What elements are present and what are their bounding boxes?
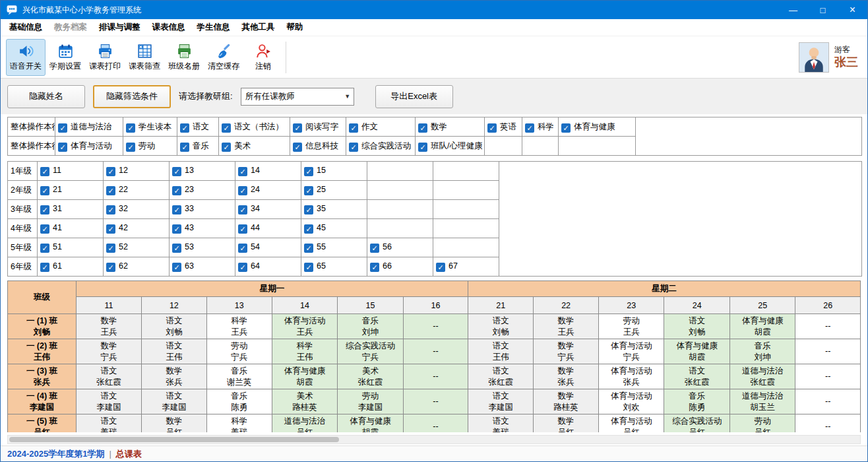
subject-filter-cell[interactable]: ✓劳动 bbox=[123, 137, 177, 156]
checkbox[interactable]: ✓ bbox=[238, 205, 247, 214]
class-filter-cell[interactable]: ✓31 bbox=[38, 200, 104, 219]
menu-item[interactable]: 其他工具 bbox=[236, 19, 281, 36]
checkbox[interactable]: ✓ bbox=[106, 224, 115, 234]
checkbox[interactable]: ✓ bbox=[40, 167, 49, 176]
checkbox[interactable]: ✓ bbox=[418, 143, 427, 152]
checkbox[interactable]: ✓ bbox=[126, 123, 135, 133]
class-filter-cell[interactable]: ✓13 bbox=[170, 162, 235, 181]
checkbox[interactable]: ✓ bbox=[40, 263, 49, 272]
class-filter-cell[interactable]: ✓64 bbox=[235, 257, 301, 277]
checkbox[interactable]: ✓ bbox=[561, 123, 571, 133]
checkbox[interactable]: ✓ bbox=[304, 205, 313, 214]
subject-filter-cell[interactable]: ✓道德与法治 bbox=[55, 117, 123, 137]
checkbox[interactable]: ✓ bbox=[238, 263, 247, 272]
subject-filter-cell[interactable]: ✓体育与活动 bbox=[55, 137, 123, 156]
checkbox[interactable]: ✓ bbox=[106, 205, 115, 214]
class-filter-cell[interactable]: ✓34 bbox=[235, 200, 301, 219]
class-filter-cell[interactable]: ✓55 bbox=[301, 238, 367, 257]
toolbar-button[interactable]: 学期设置 bbox=[46, 39, 85, 76]
checkbox[interactable]: ✓ bbox=[238, 224, 247, 234]
subject-filter-cell[interactable]: ✓综合实践活动 bbox=[346, 137, 416, 156]
checkbox[interactable]: ✓ bbox=[238, 244, 247, 253]
class-filter-cell[interactable]: ✓12 bbox=[104, 162, 170, 181]
class-filter-cell[interactable]: ✓25 bbox=[301, 181, 367, 200]
class-filter-cell[interactable]: ✓45 bbox=[301, 219, 367, 238]
checkbox[interactable]: ✓ bbox=[222, 143, 231, 152]
checkbox[interactable]: ✓ bbox=[238, 186, 247, 195]
checkbox[interactable]: ✓ bbox=[172, 263, 181, 272]
checkbox[interactable]: ✓ bbox=[487, 123, 497, 133]
checkbox[interactable]: ✓ bbox=[172, 186, 181, 195]
checkbox[interactable]: ✓ bbox=[349, 123, 358, 133]
menu-item[interactable]: 基础信息 bbox=[3, 19, 48, 36]
menu-item[interactable]: 帮助 bbox=[281, 19, 309, 36]
checkbox[interactable]: ✓ bbox=[525, 123, 534, 133]
class-filter-cell[interactable]: ✓62 bbox=[104, 257, 170, 277]
subject-filter-cell[interactable]: ✓体育与健康 bbox=[559, 117, 636, 137]
class-filter-cell[interactable]: ✓54 bbox=[235, 238, 301, 257]
class-filter-cell[interactable]: ✓56 bbox=[367, 238, 433, 257]
class-filter-cell[interactable]: ✓67 bbox=[433, 257, 499, 277]
checkbox[interactable]: ✓ bbox=[304, 263, 313, 272]
class-filter-cell[interactable]: ✓22 bbox=[104, 181, 170, 200]
subject-filter-cell[interactable]: ✓作文 bbox=[346, 117, 416, 137]
checkbox[interactable]: ✓ bbox=[58, 143, 67, 152]
checkbox[interactable]: ✓ bbox=[304, 224, 313, 234]
checkbox[interactable]: ✓ bbox=[238, 167, 247, 176]
checkbox[interactable]: ✓ bbox=[349, 143, 358, 152]
class-filter-cell[interactable]: ✓11 bbox=[38, 162, 104, 181]
subject-filter-cell[interactable]: ✓美术 bbox=[219, 137, 290, 156]
checkbox[interactable]: ✓ bbox=[40, 224, 49, 234]
toolbar-button[interactable]: 班级名册 bbox=[164, 39, 204, 76]
checkbox[interactable]: ✓ bbox=[172, 167, 181, 176]
row-select-all[interactable]: 整体操作本行 bbox=[8, 137, 55, 156]
class-filter-cell[interactable]: ✓44 bbox=[235, 219, 301, 238]
subject-filter-cell[interactable]: ✓班队/心理健康 bbox=[416, 137, 485, 156]
checkbox[interactable]: ✓ bbox=[180, 143, 189, 152]
minimize-button[interactable]: — bbox=[778, 1, 808, 19]
maximize-button[interactable]: □ bbox=[808, 1, 838, 19]
scrollbar-thumb[interactable] bbox=[9, 437, 339, 442]
checkbox[interactable]: ✓ bbox=[172, 224, 181, 234]
class-filter-cell[interactable]: ✓41 bbox=[38, 219, 104, 238]
checkbox[interactable]: ✓ bbox=[418, 123, 427, 133]
checkbox[interactable]: ✓ bbox=[304, 186, 313, 195]
subject-filter-cell[interactable]: ✓信息科技 bbox=[290, 137, 346, 156]
checkbox[interactable]: ✓ bbox=[304, 167, 313, 176]
checkbox[interactable]: ✓ bbox=[172, 244, 181, 253]
subject-filter-cell[interactable]: ✓阅读写字 bbox=[290, 117, 346, 137]
menu-item[interactable]: 课表信息 bbox=[146, 19, 191, 36]
class-filter-cell[interactable]: ✓61 bbox=[38, 257, 104, 277]
checkbox[interactable]: ✓ bbox=[370, 244, 379, 253]
class-filter-cell[interactable]: ✓43 bbox=[170, 219, 235, 238]
toolbar-button[interactable]: 课表筛查 bbox=[125, 39, 164, 76]
class-filter-cell[interactable]: ✓23 bbox=[170, 181, 235, 200]
toolbar-button[interactable]: 注销 bbox=[243, 39, 283, 76]
class-filter-cell[interactable]: ✓24 bbox=[235, 181, 301, 200]
class-filter-cell[interactable]: ✓15 bbox=[301, 162, 367, 181]
hide-names-button[interactable]: 隐藏姓名 bbox=[7, 85, 85, 108]
class-filter-cell[interactable]: ✓42 bbox=[104, 219, 170, 238]
export-excel-button[interactable]: 导出Excel表 bbox=[375, 85, 453, 108]
checkbox[interactable]: ✓ bbox=[40, 244, 49, 253]
toolbar-button[interactable]: 清空缓存 bbox=[204, 39, 243, 76]
class-filter-cell[interactable]: ✓32 bbox=[104, 200, 170, 219]
checkbox[interactable]: ✓ bbox=[126, 143, 135, 152]
close-button[interactable]: × bbox=[838, 1, 867, 19]
class-filter-cell[interactable]: ✓14 bbox=[235, 162, 301, 181]
class-filter-cell[interactable]: ✓65 bbox=[301, 257, 367, 277]
checkbox[interactable]: ✓ bbox=[106, 244, 115, 253]
class-filter-cell[interactable]: ✓53 bbox=[170, 238, 235, 257]
checkbox[interactable]: ✓ bbox=[436, 263, 445, 272]
checkbox[interactable]: ✓ bbox=[172, 205, 181, 214]
checkbox[interactable]: ✓ bbox=[293, 123, 302, 133]
checkbox[interactable]: ✓ bbox=[58, 123, 67, 133]
checkbox[interactable]: ✓ bbox=[106, 167, 115, 176]
class-filter-cell[interactable]: ✓66 bbox=[367, 257, 433, 277]
subject-filter-cell[interactable]: ✓学生读本 bbox=[123, 117, 177, 137]
checkbox[interactable]: ✓ bbox=[40, 186, 49, 195]
checkbox[interactable]: ✓ bbox=[222, 123, 231, 133]
class-filter-cell[interactable]: ✓52 bbox=[104, 238, 170, 257]
menu-item[interactable]: 排课与调整 bbox=[93, 19, 146, 36]
horizontal-scrollbar[interactable] bbox=[7, 435, 861, 444]
